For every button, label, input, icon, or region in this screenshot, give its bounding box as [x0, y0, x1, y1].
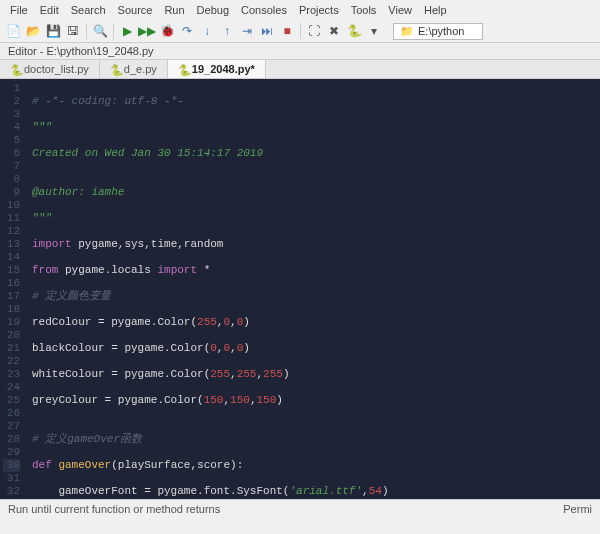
tab-d-e[interactable]: 🐍d_e.py: [100, 60, 168, 78]
menu-debug[interactable]: Debug: [193, 2, 233, 18]
separator: [113, 23, 114, 39]
menu-help[interactable]: Help: [420, 2, 451, 18]
python-file-icon: 🐍: [178, 64, 188, 74]
separator: [86, 23, 87, 39]
editor-tabs: 🐍doctor_list.py 🐍d_e.py 🐍19_2048.py*: [0, 60, 600, 79]
status-bar: Run until current function or method ret…: [0, 499, 600, 518]
settings-icon[interactable]: ✖: [325, 22, 343, 40]
menu-tools[interactable]: Tools: [347, 2, 381, 18]
working-dir-input[interactable]: 📁 E:\python: [393, 23, 483, 40]
continue-icon[interactable]: ⇥: [238, 22, 256, 40]
debug-icon[interactable]: 🐞: [158, 22, 176, 40]
python-icon[interactable]: 🐍: [345, 22, 363, 40]
toolbar: 📄 📂 💾 🖫 🔍 ▶ ▶▶ 🐞 ↷ ↓ ↑ ⇥ ⏭ ■ ⛶ ✖ 🐍 ▾ 📁 E…: [0, 20, 600, 43]
maximize-icon[interactable]: ⛶: [305, 22, 323, 40]
new-file-icon[interactable]: 📄: [4, 22, 22, 40]
code-content[interactable]: # -*- coding: utf-8 -*- """ Created on W…: [26, 79, 600, 499]
python-file-icon: 🐍: [110, 64, 120, 74]
tab-label: doctor_list.py: [24, 63, 89, 75]
menu-consoles[interactable]: Consoles: [237, 2, 291, 18]
chevron-down-icon[interactable]: ▾: [365, 22, 383, 40]
save-all-icon[interactable]: 🖫: [64, 22, 82, 40]
menu-bar: File Edit Search Source Run Debug Consol…: [0, 0, 600, 20]
status-message: Run until current function or method ret…: [8, 503, 220, 515]
editor-path-label: Editor - E:\python\19_2048.py: [0, 43, 600, 60]
run-icon[interactable]: ▶: [118, 22, 136, 40]
working-dir-text: E:\python: [418, 25, 464, 37]
menu-search[interactable]: Search: [67, 2, 110, 18]
search-icon[interactable]: 🔍: [91, 22, 109, 40]
menu-view[interactable]: View: [384, 2, 416, 18]
python-file-icon: 🐍: [10, 64, 20, 74]
menu-source[interactable]: Source: [114, 2, 157, 18]
step-over-icon[interactable]: ↷: [178, 22, 196, 40]
tab-doctor-list[interactable]: 🐍doctor_list.py: [0, 60, 100, 78]
menu-run[interactable]: Run: [160, 2, 188, 18]
tab-19-2048[interactable]: 🐍19_2048.py*: [168, 60, 266, 78]
run-cell-icon[interactable]: ▶▶: [138, 22, 156, 40]
stop-icon[interactable]: ■: [278, 22, 296, 40]
step-into-icon[interactable]: ↓: [198, 22, 216, 40]
menu-edit[interactable]: Edit: [36, 2, 63, 18]
folder-icon: 📁: [400, 25, 414, 38]
menu-file[interactable]: File: [6, 2, 32, 18]
tab-label: d_e.py: [124, 63, 157, 75]
status-right: Permi: [563, 503, 592, 515]
separator: [300, 23, 301, 39]
line-gutter: 1234567891011121314151617181920212223242…: [0, 79, 26, 499]
menu-projects[interactable]: Projects: [295, 2, 343, 18]
open-icon[interactable]: 📂: [24, 22, 42, 40]
tab-label: 19_2048.py*: [192, 63, 255, 75]
code-editor[interactable]: 1234567891011121314151617181920212223242…: [0, 79, 600, 499]
step-return-icon[interactable]: ↑: [218, 22, 236, 40]
skip-icon[interactable]: ⏭: [258, 22, 276, 40]
save-icon[interactable]: 💾: [44, 22, 62, 40]
